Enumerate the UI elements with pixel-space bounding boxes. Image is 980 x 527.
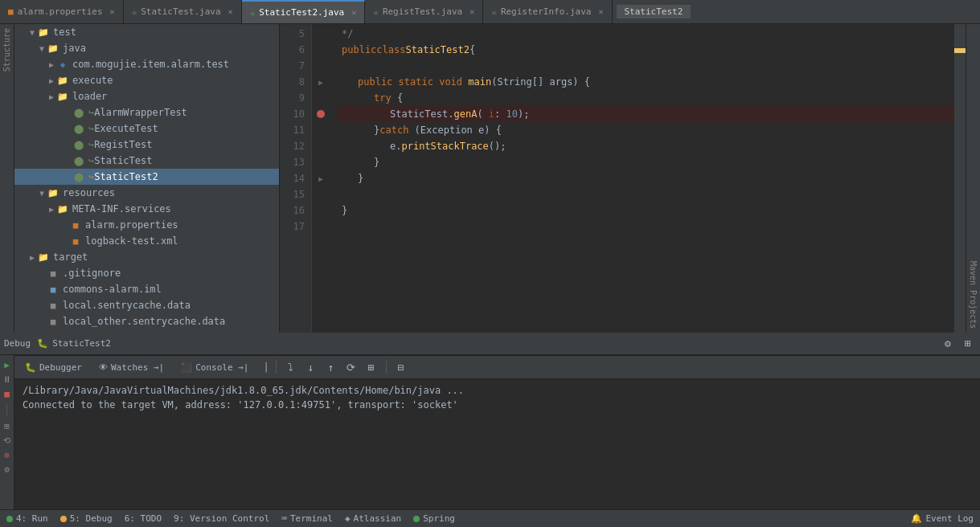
debugger-icon: 🐛: [25, 362, 36, 373]
sidebar-label: AlarmWrapperTest: [94, 107, 187, 118]
sidebar-label: ↪: [88, 171, 94, 182]
sidebar-item-resources[interactable]: ▼ 📁 resources: [14, 185, 279, 201]
status-label: Terminal: [290, 513, 333, 524]
class-icon: ⬤: [72, 170, 85, 183]
step-into-btn[interactable]: ↓: [303, 359, 319, 375]
tab-alarm-properties[interactable]: ■ alarm.properties ✕: [0, 0, 124, 23]
view-icon[interactable]: ⊞: [2, 420, 13, 431]
status-version-control[interactable]: 9: Version Control: [174, 513, 269, 524]
status-run[interactable]: 4: Run: [6, 513, 48, 524]
close-debug-icon[interactable]: ⊗: [2, 449, 13, 460]
maven-label[interactable]: Maven Projects: [969, 257, 978, 333]
code-editor[interactable]: */ public class StaticTest2 { public sta…: [330, 24, 954, 333]
settings-button[interactable]: ⚙: [940, 336, 956, 352]
sidebar-label: java: [63, 43, 86, 54]
xml-icon: ■: [69, 235, 82, 247]
code-line-17: [338, 219, 954, 235]
close-icon[interactable]: ✕: [351, 8, 356, 17]
sidebar-item-target[interactable]: ▶ 📁 target: [14, 249, 279, 265]
sidebar-item-execute[interactable]: ▶ 📁 execute: [14, 72, 279, 88]
tab-static-test2[interactable]: ☕ StaticTest2.java ✕: [242, 0, 366, 23]
console-output[interactable]: /Library/Java/JavaVirtualMachines/jdk1.8…: [14, 379, 980, 509]
tab-regist-test[interactable]: ☕ RegistTest.java ✕: [365, 0, 483, 23]
sidebar-label: ↪: [88, 107, 94, 118]
layout-button[interactable]: ⊞: [960, 336, 976, 352]
sidebar-item-package[interactable]: ▶ ◈ com.mogujie.item.alarm.test: [14, 56, 279, 72]
sidebar-item-metainf[interactable]: ▶ 📁 META-INF.services: [14, 201, 279, 217]
status-label: 6: TODO: [125, 513, 162, 524]
console-icon: ⬛: [181, 362, 192, 373]
sidebar-label: commons-alarm.iml: [63, 284, 162, 295]
debug-main: 🐛 Debugger 👁 Watches →| ⬛ Console →| | ⤵…: [14, 355, 980, 509]
status-debug[interactable]: 5: Debug: [60, 513, 113, 524]
close-icon[interactable]: ✕: [469, 7, 474, 16]
sidebar-item-java[interactable]: ▼ 📁 java: [14, 40, 279, 56]
status-todo[interactable]: 6: TODO: [125, 513, 162, 524]
status-atlassian[interactable]: ◈ Atlassian: [345, 513, 401, 524]
sidebar-item-alarm-prop[interactable]: ■ alarm.properties: [14, 217, 279, 233]
sidebar-item-alarm-wrapper-test[interactable]: ⬤ ↪ AlarmWrapperTest: [14, 104, 279, 121]
tab-label: RegisterInfo.java: [501, 6, 592, 17]
status-event-log[interactable]: 🔔 Event Log: [911, 513, 974, 524]
sidebar-item-static-test2[interactable]: ⬤ ↪ StaticTest2: [14, 169, 279, 185]
tab-label: Console →|: [195, 362, 248, 373]
sidebar-item-test[interactable]: ▼ 📁 test: [14, 24, 279, 40]
file-icon: ■: [47, 315, 59, 328]
run-to-cursor-btn[interactable]: ⟳: [343, 359, 359, 375]
run-icon[interactable]: ▶: [2, 359, 13, 370]
main-content: Structure ▼ 📁 test ▼ 📁 java ▶ ◈ com.mogu…: [0, 24, 980, 333]
arrow-icon: ▶: [27, 253, 37, 262]
tab-label: RegistTest.java: [383, 6, 462, 17]
editor-content[interactable]: 5 6 7 8 9 10 11 12 13 14 15 16 17 ▶: [280, 24, 966, 333]
debug-header-actions: ⚙ ⊞: [940, 336, 976, 352]
code-line-10: StaticTest.genA( i: 10);: [338, 106, 954, 122]
status-spring[interactable]: Spring: [413, 513, 455, 524]
settings-icon[interactable]: ⚙: [2, 464, 13, 475]
sidebar-label: alarm.properties: [85, 219, 178, 231]
status-label: Spring: [423, 513, 455, 524]
sidebar-item-local-other-sentry[interactable]: ■ local_other.sentrycache.data: [14, 313, 279, 329]
structure-label[interactable]: Structure: [2, 24, 11, 76]
stop-icon[interactable]: ■: [2, 388, 13, 399]
tab-debugger[interactable]: 🐛 Debugger: [18, 361, 88, 374]
evaluate-btn[interactable]: ⊞: [363, 359, 379, 375]
structure-panel: Structure: [0, 24, 14, 333]
sidebar-item-static-test[interactable]: ⬤ ↪ StaticTest: [14, 153, 279, 169]
maven-panel: Maven Projects: [966, 24, 980, 333]
sidebar-item-execute-test[interactable]: ⬤ ↪ ExecuteTest: [14, 121, 279, 137]
close-icon[interactable]: ✕: [228, 7, 233, 16]
java-icon: ☕: [250, 7, 256, 18]
sidebar-item-regist-test[interactable]: ⬤ ↪ RegistTest: [14, 137, 279, 153]
code-line-6: public class StaticTest2 {: [338, 42, 954, 58]
tab-label: Watches →|: [111, 362, 164, 373]
sidebar-item-local-sentry[interactable]: ■ local.sentrycache.data: [14, 297, 279, 313]
close-icon[interactable]: ✕: [598, 7, 603, 16]
tab-console[interactable]: ⬛ Console →|: [174, 361, 255, 374]
code-line-13: }: [338, 154, 954, 170]
sidebar-item-logback[interactable]: ■ logback-test.xml: [14, 233, 279, 249]
tab-watches[interactable]: 👁 Watches →|: [92, 361, 170, 374]
tab-static-test[interactable]: ☕ StaticTest.java ✕: [124, 0, 242, 23]
status-bar: 4: Run 5: Debug 6: TODO 9: Version Contr…: [0, 509, 980, 527]
sidebar-label: StaticTest: [94, 155, 152, 166]
debug-session-label: Debug: [4, 338, 31, 349]
java-icon: ☕: [373, 6, 379, 17]
restore-view-btn[interactable]: ⊟: [393, 359, 409, 375]
pause-icon[interactable]: ⏸: [2, 374, 13, 385]
step-over-btn[interactable]: ⤵: [283, 359, 299, 375]
close-icon[interactable]: ✕: [110, 7, 115, 16]
step-out-btn[interactable]: ↑: [323, 359, 339, 375]
code-line-14: }: [338, 170, 954, 186]
tab-register-info[interactable]: ☕ RegisterInfo.java ✕: [483, 0, 612, 23]
status-terminal[interactable]: ⌨ Terminal: [281, 513, 333, 524]
sidebar-item-loader[interactable]: ▶ 📁 loader: [14, 88, 279, 104]
sidebar-item-gitignore[interactable]: ■ .gitignore: [14, 265, 279, 281]
iml-icon: ■: [47, 283, 59, 296]
sidebar-label: loader: [72, 91, 107, 102]
restore-icon[interactable]: ⟲: [2, 435, 13, 446]
breakpoint-dot[interactable]: [317, 110, 325, 118]
folder-icon: 📁: [56, 90, 69, 103]
right-gutter: [954, 24, 966, 333]
bottom-panel: Debug 🐛 StaticTest2 ⚙ ⊞ ▶ ⏸ ■ ⊞ ⟲ ⊗ ⚙ 🐛 …: [0, 333, 980, 509]
sidebar-item-iml[interactable]: ■ commons-alarm.iml: [14, 281, 279, 297]
